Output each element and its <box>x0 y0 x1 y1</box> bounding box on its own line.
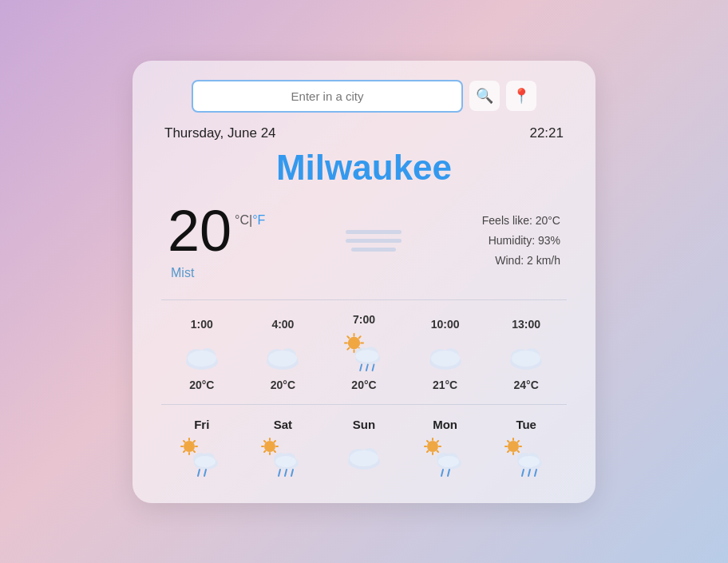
hour-label-4: 13:00 <box>512 318 540 331</box>
humidity: Humidity: 93% <box>482 231 560 251</box>
location-button[interactable]: 📍 <box>506 81 536 111</box>
weather-description: Mist <box>171 266 194 280</box>
svg-line-88 <box>518 450 520 452</box>
cloud-icon-0 <box>180 337 224 372</box>
svg-line-46 <box>204 470 206 476</box>
svg-line-89 <box>518 441 520 442</box>
day-icon-tue <box>504 438 548 481</box>
search-icon: 🔍 <box>476 87 493 105</box>
day-label-sun: Sun <box>353 418 375 431</box>
temp-main: 20 °C|°F <box>168 202 265 260</box>
svg-line-53 <box>275 450 276 452</box>
daily-row: Fri <box>161 418 567 481</box>
day-item-fri: Fri <box>161 418 243 481</box>
fahrenheit-unit[interactable]: °F <box>252 213 265 227</box>
svg-point-66 <box>350 450 378 466</box>
svg-point-59 <box>275 456 296 467</box>
hourly-section: 1:00 20°C 4:00 20°C <box>161 299 567 391</box>
wind: Wind: 2 km/h <box>482 251 560 271</box>
svg-line-61 <box>285 470 287 476</box>
svg-point-8 <box>348 336 360 348</box>
svg-line-40 <box>184 450 185 452</box>
svg-line-75 <box>427 450 429 452</box>
svg-line-45 <box>198 470 200 476</box>
search-button[interactable]: 🔍 <box>469 81 500 111</box>
day-label-fri: Fri <box>194 418 209 431</box>
svg-point-79 <box>438 456 459 467</box>
sun-rain-icon-0 <box>342 332 386 372</box>
svg-line-87 <box>508 441 509 442</box>
hour-item-0: 1:00 20°C <box>161 318 243 391</box>
day-item-tue: Tue <box>485 418 567 481</box>
feels-like: Feels like: 20°C <box>482 211 560 231</box>
day-label-sat: Sat <box>274 418 292 431</box>
svg-point-27 <box>431 351 460 367</box>
hour-temp-2: 20°C <box>351 379 376 391</box>
search-row: 🔍 📍 <box>161 80 567 113</box>
svg-point-20 <box>355 350 378 362</box>
day-icon-mon <box>424 438 467 481</box>
hour-item-4: 13:00 24°C <box>485 318 567 391</box>
city-name: Milwaukee <box>161 148 567 188</box>
hour-temp-4: 24°C <box>514 379 539 391</box>
svg-line-90 <box>508 450 509 452</box>
svg-line-38 <box>193 450 195 452</box>
svg-line-23 <box>373 364 374 371</box>
day-label-mon: Mon <box>433 418 457 431</box>
celsius-unit[interactable]: °C <box>235 213 249 227</box>
hour-label-2: 7:00 <box>353 313 375 326</box>
datetime-row: Thursday, June 24 22:21 <box>161 125 567 141</box>
day-item-sun: Sun <box>323 418 405 481</box>
svg-line-37 <box>184 441 185 442</box>
svg-line-21 <box>360 364 362 371</box>
svg-line-73 <box>437 450 438 452</box>
current-weather: 20 °C|°F Mist Feels like: 20°C Humidity:… <box>161 202 567 280</box>
mist-icon <box>346 230 402 252</box>
svg-point-94 <box>519 456 540 467</box>
svg-line-97 <box>535 470 536 476</box>
day-icon-sat <box>261 438 304 481</box>
svg-line-80 <box>441 470 443 476</box>
mist-line-1 <box>346 230 402 234</box>
svg-line-55 <box>264 450 266 452</box>
svg-line-60 <box>279 470 280 476</box>
day-icon-sun <box>342 438 386 473</box>
svg-point-31 <box>512 351 540 367</box>
svg-line-15 <box>359 336 361 338</box>
hour-temp-0: 20°C <box>189 379 214 391</box>
hour-label-1: 4:00 <box>271 318 294 331</box>
svg-line-95 <box>522 470 524 476</box>
svg-line-74 <box>437 441 438 442</box>
svg-line-81 <box>448 470 449 476</box>
mist-line-3 <box>351 248 396 252</box>
temp-section: 20 °C|°F Mist <box>168 202 265 280</box>
svg-line-13 <box>347 336 349 338</box>
temperature: 20 <box>168 202 231 260</box>
mist-line-2 <box>346 239 402 243</box>
time-display: 22:21 <box>529 125 564 141</box>
weather-card: 🔍 📍 Thursday, June 24 22:21 Milwaukee 20… <box>133 61 595 503</box>
day-item-mon: Mon <box>405 418 486 481</box>
svg-line-96 <box>528 470 530 476</box>
date-display: Thursday, June 24 <box>164 125 276 141</box>
day-label-tue: Tue <box>516 418 536 431</box>
search-input[interactable] <box>192 80 463 113</box>
hour-label-0: 1:00 <box>191 318 213 331</box>
svg-point-3 <box>188 351 216 367</box>
day-item-sat: Sat <box>243 418 324 481</box>
cloud-icon-2 <box>424 337 467 372</box>
svg-line-22 <box>366 364 368 371</box>
hour-item-3: 10:00 21°C <box>405 318 486 391</box>
cloud-icon-1 <box>261 337 304 372</box>
svg-line-16 <box>347 347 349 349</box>
svg-line-54 <box>275 441 276 442</box>
svg-line-39 <box>193 441 195 442</box>
svg-line-62 <box>291 470 293 476</box>
pin-icon: 📍 <box>512 87 530 105</box>
hour-label-3: 10:00 <box>431 318 460 331</box>
svg-line-52 <box>264 441 266 442</box>
weather-details: Feels like: 20°C Humidity: 93% Wind: 2 k… <box>482 211 560 272</box>
temp-units: °C|°F <box>235 213 265 228</box>
hour-temp-3: 21°C <box>433 379 457 391</box>
svg-line-72 <box>427 441 429 442</box>
